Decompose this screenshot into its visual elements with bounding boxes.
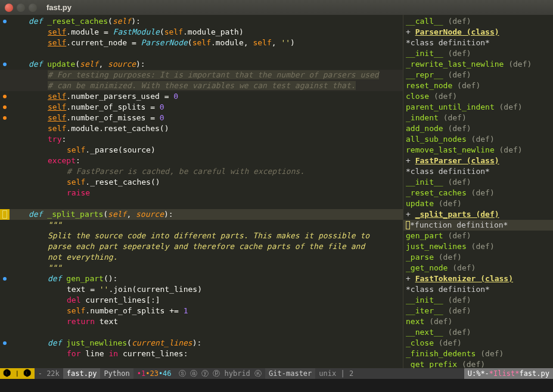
outline-item[interactable]: __repr__ (def) [403, 70, 553, 80]
code-line: self._reset_caches() [10, 177, 403, 188]
outline-item-current[interactable]: *function definition* [403, 220, 553, 231]
outline-item[interactable]: parent_until_indent (def) [403, 102, 553, 113]
outline-class[interactable]: + FastParser (class) [403, 155, 553, 166]
outline-item[interactable]: _close (def) [403, 338, 553, 349]
status-right-mode: U:%*- *Ilist* fast.py [464, 368, 553, 379]
outline-item[interactable]: __iter__ (def) [403, 306, 553, 316]
code-line: def just_newlines(current_lines): [10, 338, 403, 349]
docstring: Split the source code into different par… [48, 231, 369, 240]
outline-item[interactable]: next (def) [403, 316, 553, 327]
outline-item[interactable]: just_newlines (def) [403, 241, 553, 252]
code-line: self.number_of_misses = 0 [10, 113, 403, 123]
outline-item[interactable]: _get_node (def) [403, 263, 553, 273]
outline-item[interactable]: _rewrite_last_newline (def) [403, 59, 553, 70]
outline-item[interactable]: _get_prefix (def) [403, 359, 553, 368]
docstring: parse each part seperately and therefore… [48, 242, 365, 251]
outline-item[interactable]: *class definition* [403, 166, 553, 177]
outline-class[interactable]: + FastTokenizer (class) [403, 273, 553, 284]
status-encoding: unix | 2 [315, 368, 357, 379]
window-minimize-button[interactable] [17, 4, 25, 12]
outline-item[interactable]: *class definition* [403, 284, 553, 295]
outline-item[interactable]: remove_last_newline (def) [403, 145, 553, 155]
outline-item[interactable]: _finish_dedents (def) [403, 349, 553, 359]
outline-item[interactable]: __init__ (def) [403, 48, 553, 59]
status-flycheck[interactable]: •1 •23 •46 [133, 368, 175, 379]
docstring: not everything. [48, 253, 117, 262]
code-line: text = ''.join(current_lines) [10, 284, 403, 295]
code-line: except: [10, 155, 403, 166]
window-close-button[interactable] [5, 4, 13, 12]
outline-item[interactable]: _parse (def) [403, 252, 553, 263]
docstring: """ [48, 263, 61, 272]
outline-item[interactable]: add_node (def) [403, 123, 553, 134]
window-title: fast.py [46, 3, 72, 12]
outline-class[interactable]: + ParserNode (class) [403, 27, 553, 38]
outline-item[interactable]: __next__ (def) [403, 327, 553, 338]
code-line: self._parse(source) [10, 145, 403, 155]
outline-item[interactable]: all_sub_nodes (def) [403, 134, 553, 145]
code-line: for line in current_lines: [10, 349, 403, 359]
outline-item[interactable]: + _split_parts (def) [403, 209, 553, 220]
code-line: self.module = FastModule(self.module_pat… [10, 27, 403, 38]
code-line: self.number_parsers_used = 0 [10, 91, 403, 102]
outline-pane[interactable]: __call__ (def) + ParserNode (class) *cla… [403, 15, 553, 368]
docstring: """ [48, 220, 61, 229]
outline-item[interactable]: reset_node (def) [403, 80, 553, 91]
code-line: self.number_of_splits += 1 [10, 306, 403, 316]
outline-item[interactable]: __init__ (def) [403, 177, 553, 188]
status-mode[interactable]: Python [100, 368, 133, 379]
code-comment: # FastParser is cached, be careful with … [67, 167, 305, 176]
code-line: self.current_node = ParserNode(self.modu… [10, 38, 403, 48]
window-titlebar: fast.py [0, 0, 553, 15]
code-comment: # For testing purposes: It is important … [48, 70, 379, 79]
code-line: def _reset_caches(self): [10, 16, 403, 27]
status-filesize: - 22k [35, 368, 63, 379]
code-editor-pane[interactable]: def _reset_caches(self): self.module = F… [0, 15, 403, 368]
cursor [2, 210, 7, 219]
status-bar: ⓿ ❘ ⓿ - 22k fast.py Python •1 •23 •46 ⓢ … [0, 368, 553, 379]
outline-cursor [406, 221, 410, 229]
code-line: def gen_part(): [10, 273, 403, 284]
status-filename[interactable]: fast.py [63, 368, 101, 379]
code-line: raise [10, 188, 403, 198]
status-misc: ⓢ ⓐ ⓨ ⓟ hybrid Ⓚ [175, 368, 265, 379]
code-comment: # can be minimized. With these variables… [48, 81, 356, 90]
outline-item[interactable]: update (def) [403, 198, 553, 209]
code-line: try: [10, 134, 403, 145]
code-line: del current_lines[:] [10, 295, 403, 306]
outline-item[interactable]: gen_part (def) [403, 231, 553, 241]
code-line: return text [10, 316, 403, 327]
minibuffer[interactable] [0, 379, 553, 392]
code-line: def update(self, source): [10, 59, 403, 70]
outline-item[interactable]: __call__ (def) [403, 16, 553, 27]
status-warnings[interactable]: ⓿ ❘ ⓿ [0, 368, 35, 379]
window-maximize-button[interactable] [29, 4, 37, 12]
code-line: self.module.reset_caches() [10, 123, 403, 134]
outline-item[interactable]: *class definition* [403, 38, 553, 48]
outline-item[interactable]: close (def) [403, 91, 553, 102]
outline-item[interactable]: __init__ (def) [403, 295, 553, 306]
outline-item[interactable]: _reset_caches (def) [403, 188, 553, 198]
code-line: self.number_of_splits = 0 [10, 102, 403, 113]
status-git[interactable]: Git-master [265, 368, 315, 379]
main-split: def _reset_caches(self): self.module = F… [0, 15, 553, 368]
outline-item[interactable]: _indent (def) [403, 113, 553, 123]
code-line-current: def _split_parts(self, source): [10, 209, 403, 220]
